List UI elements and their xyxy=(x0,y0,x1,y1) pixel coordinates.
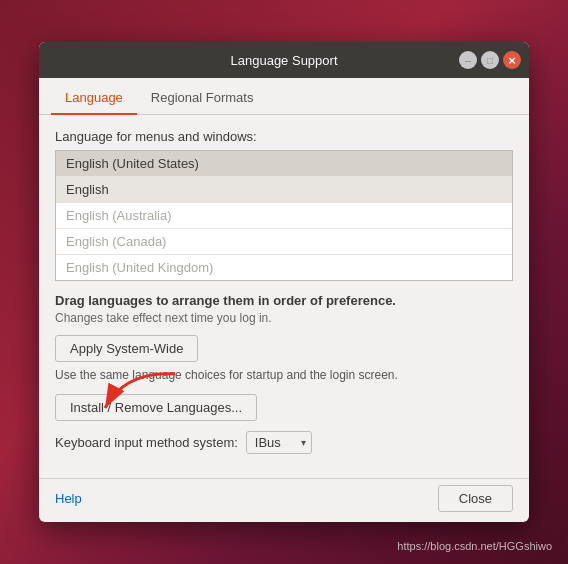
apply-system-wide-button[interactable]: Apply System-Wide xyxy=(55,335,198,362)
list-item[interactable]: English (Australia) xyxy=(56,202,512,228)
window-title: Language Support xyxy=(231,53,338,68)
tab-regional[interactable]: Regional Formats xyxy=(137,84,268,115)
bottom-bar: Help Close xyxy=(39,478,529,522)
titlebar: Language Support – □ xyxy=(39,42,529,78)
keyboard-select-wrapper: IBus fcitx None ▾ xyxy=(246,431,312,454)
install-section: Install / Remove Languages... xyxy=(55,394,257,431)
list-item[interactable]: English (United States) xyxy=(56,151,512,176)
tab-language[interactable]: Language xyxy=(51,84,137,115)
drag-info: Drag languages to arrange them in order … xyxy=(55,293,513,325)
main-content: Language for menus and windows: English … xyxy=(39,115,529,478)
window-controls: – □ xyxy=(459,51,521,69)
list-item[interactable]: English (United Kingdom) xyxy=(56,254,512,280)
maximize-icon: □ xyxy=(487,55,493,66)
maximize-button[interactable]: □ xyxy=(481,51,499,69)
keyboard-label: Keyboard input method system: xyxy=(55,435,238,450)
list-item[interactable]: English (Canada) xyxy=(56,228,512,254)
section-label: Language for menus and windows: xyxy=(55,129,513,144)
close-button[interactable]: Close xyxy=(438,485,513,512)
install-remove-button[interactable]: Install / Remove Languages... xyxy=(55,394,257,421)
drag-info-small: Changes take effect next time you log in… xyxy=(55,311,272,325)
watermark: https://blog.csdn.net/HGGshiwo xyxy=(397,540,552,552)
minimize-icon: – xyxy=(465,54,471,66)
keyboard-select[interactable]: IBus fcitx None xyxy=(246,431,312,454)
language-support-window: Language Support – □ Language Regional F… xyxy=(39,42,529,522)
language-list: English (United States) English English … xyxy=(55,150,513,281)
close-window-button[interactable] xyxy=(503,51,521,69)
login-screen-text: Use the same language choices for startu… xyxy=(55,368,513,382)
minimize-button[interactable]: – xyxy=(459,51,477,69)
keyboard-row: Keyboard input method system: IBus fcitx… xyxy=(55,431,513,454)
drag-info-bold: Drag languages to arrange them in order … xyxy=(55,293,513,308)
list-item[interactable]: English xyxy=(56,176,512,202)
tab-bar: Language Regional Formats xyxy=(39,78,529,115)
help-link[interactable]: Help xyxy=(55,491,82,506)
